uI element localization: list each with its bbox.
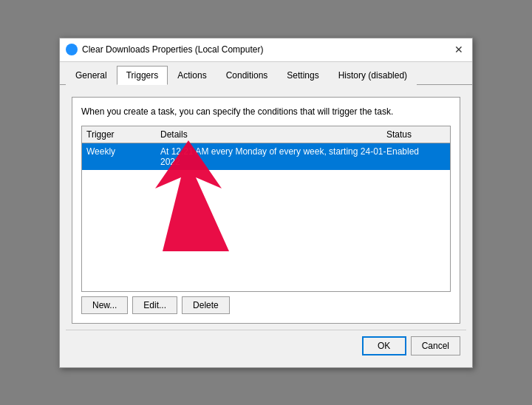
svg-point-0 <box>68 46 75 53</box>
action-buttons: New... Edit... Delete <box>81 296 451 314</box>
ok-button[interactable]: OK <box>362 336 406 355</box>
column-trigger: Trigger <box>86 129 160 140</box>
tab-triggers[interactable]: Triggers <box>117 66 168 85</box>
triggers-table: Trigger Details Status Weekly At 12.21 A… <box>81 126 451 292</box>
new-button[interactable]: New... <box>81 296 128 314</box>
delete-button[interactable]: Delete <box>182 296 230 314</box>
edit-button[interactable]: Edit... <box>132 296 177 314</box>
dialog-title: Clear Downloads Properties (Local Comput… <box>82 44 263 55</box>
close-button[interactable]: ✕ <box>451 42 466 57</box>
tab-conditions[interactable]: Conditions <box>216 66 278 85</box>
table-header: Trigger Details Status <box>82 126 450 143</box>
dialog-content: When you create a task, you can specify … <box>60 85 472 367</box>
bottom-buttons: OK Cancel <box>66 330 466 361</box>
tab-bar: General Triggers Actions Conditions Sett… <box>60 62 472 85</box>
cell-details: At 12.21 AM every Monday of every week, … <box>160 146 386 167</box>
tab-actions[interactable]: Actions <box>168 66 216 85</box>
column-details: Details <box>160 129 386 140</box>
tab-history[interactable]: History (disabled) <box>329 66 417 85</box>
table-row[interactable]: Weekly At 12.21 AM every Monday of every… <box>82 143 450 170</box>
table-wrapper: Trigger Details Status Weekly At 12.21 A… <box>81 126 451 292</box>
description-text: When you create a task, you can specify … <box>81 106 451 117</box>
cancel-button[interactable]: Cancel <box>411 336 460 355</box>
tab-settings[interactable]: Settings <box>277 66 328 85</box>
cell-trigger: Weekly <box>86 146 160 167</box>
dialog-window: Clear Downloads Properties (Local Comput… <box>59 38 473 368</box>
title-bar: Clear Downloads Properties (Local Comput… <box>60 38 472 62</box>
content-panel: When you create a task, you can specify … <box>72 97 460 324</box>
column-status: Status <box>386 129 446 140</box>
cell-status: Enabled <box>386 146 446 167</box>
table-body: Weekly At 12.21 AM every Monday of every… <box>82 143 450 291</box>
app-icon <box>66 44 78 55</box>
title-bar-left: Clear Downloads Properties (Local Comput… <box>66 44 263 55</box>
tab-general[interactable]: General <box>66 66 117 85</box>
